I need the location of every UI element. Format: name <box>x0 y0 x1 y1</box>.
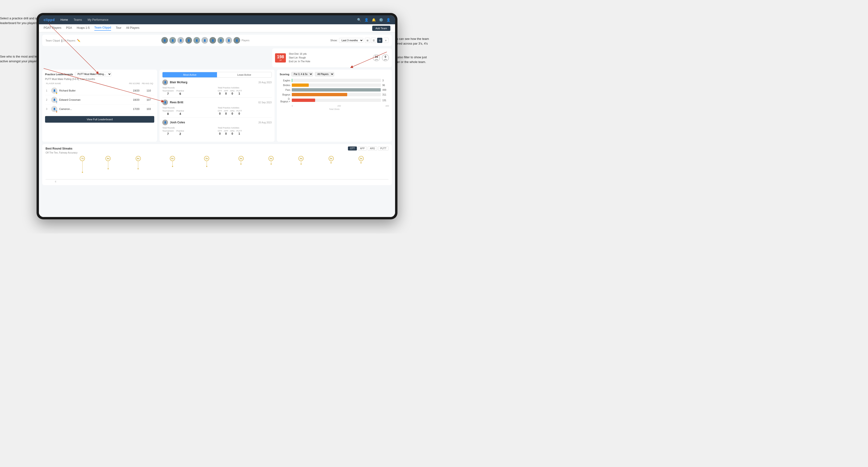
view-icon-detail[interactable]: ≡ <box>383 38 389 43</box>
pa-name-3[interactable]: Josh Coles <box>170 121 256 124</box>
nav-icons: 🔍 👤 🔔 ⚙️ 👤 <box>357 18 390 22</box>
streak-line <box>82 161 83 172</box>
avatar-1[interactable]: 👤 <box>161 37 168 44</box>
pa-rounds-row-1: Tournament 7 Practice 6 <box>162 90 216 96</box>
yds-box-2: 0 yds <box>382 54 389 61</box>
search-icon[interactable]: 🔍 <box>357 18 361 22</box>
pa-activities-3: Total Practice Activities OTT 0 APP <box>218 127 272 135</box>
streak-line <box>271 161 271 163</box>
subnav-pgat[interactable]: PGAT Players <box>44 26 61 30</box>
settings-icon[interactable]: ⚙️ <box>379 18 383 22</box>
add-team-button[interactable]: Add Team <box>372 26 390 31</box>
streak-badge: 6x <box>105 156 111 161</box>
avatar-icon[interactable]: 👤 <box>386 18 390 22</box>
streak-dot <box>172 166 173 167</box>
pa-date-1: 26 Aug 2023 <box>258 81 272 84</box>
sc-x-200: 200 <box>337 105 341 107</box>
tab-most-active[interactable]: Most Active <box>162 72 217 77</box>
sc-label-bogeys: Bogeys <box>280 93 290 96</box>
pa-rounds-group-1: Total Rounds Tournament 7 Practice <box>162 87 216 96</box>
sc-x-0: 0 <box>292 105 293 107</box>
activity-panel: Most Active Least Active 👤 Blair McHarg … <box>159 69 274 142</box>
streak-tab-app[interactable]: APP <box>358 147 367 151</box>
pa-name-1[interactable]: Blair McHarg <box>170 81 256 84</box>
subnav-all-players[interactable]: All Players <box>126 26 140 30</box>
lb-drill-select[interactable]: PUTT Must Make Putting... <box>75 72 112 76</box>
subnav-team-clippd[interactable]: Team Clippd <box>94 26 111 31</box>
medal-1: 🥇 <box>55 92 58 94</box>
streak-point: 6x <box>105 156 111 169</box>
pa-practice-1: Practice 6 <box>177 90 184 96</box>
table-row: 3 👤🥉 Cameron... 17/20 103 <box>45 104 154 114</box>
sc-filter1[interactable]: Par 3, 4 & 5s <box>291 72 313 76</box>
pa-activities-2: Total Practice Activities OTT 0 APP <box>218 106 272 116</box>
nav-my-performance[interactable]: My Performance <box>88 18 108 22</box>
nav-teams[interactable]: Teams <box>73 18 82 22</box>
streak-point: 3x <box>329 156 334 163</box>
streak-dot <box>361 162 362 163</box>
sc-bar-dbogeys <box>292 99 315 102</box>
streak-badge: 6x <box>135 156 141 161</box>
streaks-header: Best Round Streaks OTT APP ARG PUTT <box>45 147 389 151</box>
player-name-3[interactable]: Cameron... <box>59 107 128 111</box>
show-select[interactable]: Last 3 months Last month Last 6 months <box>339 38 364 43</box>
streak-dot <box>331 162 332 163</box>
avatar-10[interactable]: 👤 <box>234 37 240 44</box>
tab-least-active[interactable]: Least Active <box>217 72 272 77</box>
player-score-2: 18/20 <box>130 98 142 101</box>
avatar-2[interactable]: 👤 <box>169 37 176 44</box>
streak-tab-putt[interactable]: PUTT <box>378 147 389 151</box>
view-icon-card[interactable]: ⊟ <box>377 38 382 43</box>
sc-val-bogeys: 311 <box>382 93 389 96</box>
subnav-pga[interactable]: PGA <box>66 26 72 30</box>
shot-start-lie: Start Lie: Rough <box>289 56 370 60</box>
pa-stats-1: Total Rounds Tournament 7 Practice <box>162 87 272 96</box>
sc-label-pars: Pars <box>280 89 290 91</box>
sub-nav: PGAT Players PGA Hcaps 1-5 Team Clippd T… <box>39 24 395 32</box>
nav-home[interactable]: Home <box>60 18 68 22</box>
view-icon-list[interactable]: ☰ <box>371 38 376 43</box>
view-full-leaderboard-button[interactable]: View Full Leaderboard <box>45 116 154 123</box>
avatar-5[interactable]: 👤 <box>193 37 200 44</box>
streak-tab-arg[interactable]: ARG <box>368 147 377 151</box>
avatar-8[interactable]: 👤 <box>217 37 224 44</box>
sc-row-bogeys: Bogeys 311 <box>280 93 389 96</box>
streak-dot <box>137 168 139 169</box>
list-item: 👤 Rees Britt 02 Sep 2023 Total Rounds To <box>162 99 272 118</box>
subnav-hcaps[interactable]: Hcaps 1-5 <box>76 26 90 30</box>
sub-nav-right: Add Team <box>372 26 390 31</box>
view-icons: ⊞ ☰ ⊟ ≡ <box>365 38 389 43</box>
avatar-6[interactable]: 👤 <box>202 37 208 44</box>
streak-badge: 4x <box>299 156 304 161</box>
player-name-2[interactable]: Edward Crossman <box>59 98 128 101</box>
list-item: 👤 Josh Coles 26 Aug 2023 Total Rounds To <box>162 120 272 137</box>
avatar-9[interactable]: 👤 <box>225 37 232 44</box>
yds2-val: 0 <box>385 55 386 59</box>
streak-dot <box>206 166 207 167</box>
player-name-1[interactable]: Richard Butler <box>59 89 128 92</box>
avatar-7[interactable]: 👤 <box>210 37 216 44</box>
sc-bar-wrap-pars <box>292 88 381 92</box>
activity-tabs: Most Active Least Active <box>162 72 272 77</box>
shot-panel: 198 yd Shot Dist: 16 yds Start Lie: Roug… <box>272 49 392 67</box>
pa-tournament-1: Tournament 7 <box>162 90 174 96</box>
streak-tab-ott[interactable]: OTT <box>348 147 357 151</box>
scoring-panel: Scoring Par 3, 4 & 5s All Players E <box>277 69 392 142</box>
streak-line <box>207 161 207 166</box>
avatar-3[interactable]: 👤 <box>177 37 184 44</box>
col-player: PLAYER NAME <box>46 82 127 85</box>
sc-row-birdies: Birdies 96 <box>280 84 389 87</box>
sc-filter2[interactable]: All Players <box>315 72 334 76</box>
sc-bar-wrap-birdies <box>292 84 381 87</box>
person-icon[interactable]: 👤 <box>365 18 368 22</box>
shot-end-lie: End Lie: In The Hole <box>289 60 370 63</box>
subnav-tour[interactable]: Tour <box>116 26 121 30</box>
bell-icon[interactable]: 🔔 <box>372 18 376 22</box>
list-item: 👤 Blair McHarg 26 Aug 2023 Total Rounds <box>162 80 272 98</box>
avatar-4[interactable]: 👤 <box>185 37 192 44</box>
sc-label-birdies: Birdies <box>280 84 290 87</box>
view-icon-grid[interactable]: ⊞ <box>365 38 370 43</box>
pa-name-2[interactable]: Rees Britt <box>170 101 256 104</box>
logo: clippd <box>44 18 55 22</box>
pa-date-2: 02 Sep 2023 <box>258 101 272 104</box>
